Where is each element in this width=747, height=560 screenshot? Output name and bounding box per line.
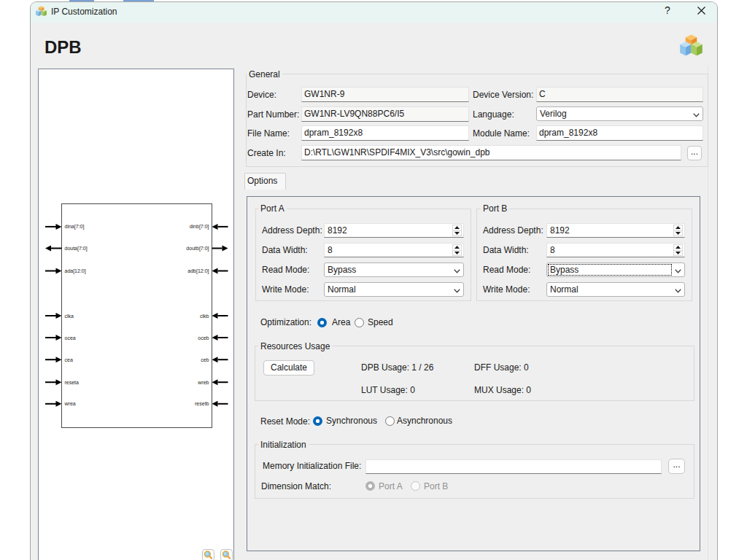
svg-text:cea: cea bbox=[65, 357, 73, 362]
svg-text:reseta: reseta bbox=[65, 380, 80, 385]
svg-text:wreb: wreb bbox=[197, 380, 209, 385]
svg-text:clkb: clkb bbox=[200, 314, 209, 319]
svg-text:ada[12:0]: ada[12:0] bbox=[65, 268, 86, 274]
svg-text:wrea: wrea bbox=[64, 401, 76, 406]
svg-text:resetb: resetb bbox=[195, 401, 209, 406]
svg-text:ocea: ocea bbox=[65, 335, 76, 341]
svg-text:oceb: oceb bbox=[198, 335, 209, 341]
svg-text:douta[7:0]: douta[7:0] bbox=[65, 246, 88, 252]
svg-text:dinb[7:0]: dinb[7:0] bbox=[190, 224, 209, 230]
svg-text:clka: clka bbox=[65, 314, 74, 319]
svg-text:doutb[7:0]: doutb[7:0] bbox=[186, 246, 209, 252]
svg-text:dina[7:0]: dina[7:0] bbox=[65, 224, 85, 230]
svg-text:adb[12:0]: adb[12:0] bbox=[187, 268, 209, 274]
svg-text:ceb: ceb bbox=[201, 357, 209, 362]
